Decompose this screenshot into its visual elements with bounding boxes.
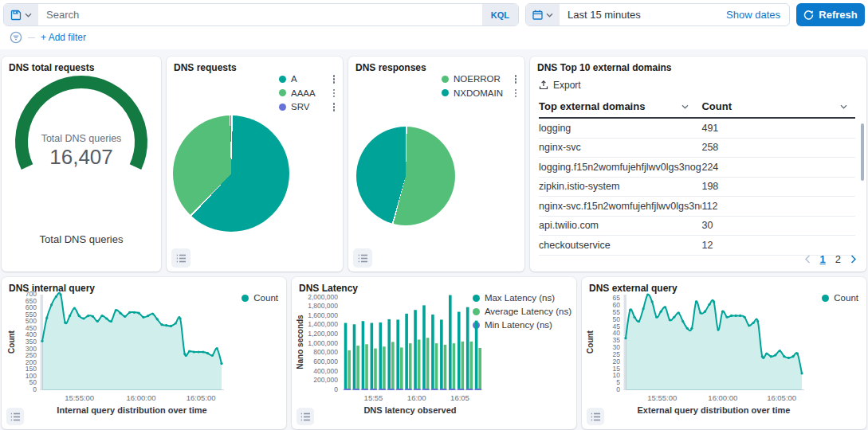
- column-header-label: Top external domains: [539, 100, 645, 112]
- chart-title: DNS latency observed: [332, 405, 489, 415]
- y-tick-label: 50: [29, 379, 37, 386]
- pie-chart-dns-responses[interactable]: [356, 127, 455, 225]
- legend-toggle-button[interactable]: [297, 408, 314, 425]
- legend-label: Count: [253, 293, 278, 303]
- legend-toggle-button[interactable]: [171, 248, 190, 268]
- legend-item[interactable]: A: [279, 74, 336, 84]
- chart-legend: Count: [242, 293, 278, 303]
- list-icon: [176, 254, 187, 263]
- y-tick-label: 400: [26, 331, 37, 338]
- chart-title: External query distribution over time: [617, 405, 811, 415]
- y-axis-ticks: 0200,000400,000600,000800,0001,000,0001,…: [303, 295, 338, 390]
- cell-count: 491: [701, 123, 855, 134]
- y-axis-title: Count: [586, 293, 595, 392]
- search-input[interactable]: [38, 4, 482, 25]
- x-axis-ticks: 15:55:0016:00:0016:05:00: [40, 393, 224, 403]
- chart-title: Internal query distribution over time: [33, 405, 230, 415]
- legend-options-icon[interactable]: [513, 74, 519, 84]
- x-tick-label: 16:05:00: [767, 393, 796, 402]
- y-tick-label: 150: [26, 366, 37, 373]
- legend-options-icon[interactable]: [332, 74, 337, 84]
- area-chart-internal[interactable]: [40, 295, 224, 390]
- pie-chart-dns-requests[interactable]: [173, 115, 289, 232]
- y-tick-label: 5: [616, 379, 620, 386]
- legend-item[interactable]: Max Latency (ns): [473, 293, 571, 303]
- x-tick-label: 16:00:00: [708, 393, 737, 402]
- x-tick-label: 16:00:00: [127, 393, 156, 402]
- previous-page-button[interactable]: [804, 255, 811, 264]
- legend-label: Average Latency (ns): [485, 307, 571, 316]
- legend-item[interactable]: Count: [242, 293, 278, 303]
- y-tick-label: 25: [613, 351, 620, 358]
- legend-label: SRV: [291, 102, 309, 111]
- y-tick-label: 500: [26, 318, 37, 325]
- table-row[interactable]: logging.f15n2womfujehfjlwv0lgs3nog....22…: [539, 158, 855, 178]
- legend-dot-icon: [442, 89, 449, 96]
- date-quick-select-button[interactable]: [526, 4, 560, 25]
- table-row[interactable]: api.twilio.com30: [539, 217, 855, 236]
- list-icon: [10, 412, 21, 421]
- y-tick-label: 55: [613, 309, 620, 316]
- legend-item[interactable]: NOERROR: [442, 74, 518, 84]
- column-header-domains[interactable]: Top external domains: [539, 100, 701, 112]
- page-number-2[interactable]: 2: [835, 253, 841, 265]
- y-tick-label: 350: [26, 338, 37, 346]
- kql-language-button[interactable]: KQL: [482, 4, 518, 25]
- table-row[interactable]: nginx-svc.f15n2womfujehfjlwv0lgs3no...11…: [539, 197, 855, 217]
- refresh-button-label: Refresh: [819, 9, 857, 21]
- table-scrollbar[interactable]: [861, 123, 864, 181]
- x-tick-label: 16:05:00: [187, 393, 216, 402]
- next-page-button[interactable]: [850, 255, 857, 264]
- y-tick-label: 300: [26, 346, 37, 353]
- legend-options-icon[interactable]: [513, 88, 519, 99]
- chevron-right-icon: [850, 255, 857, 264]
- legend-item[interactable]: SRV: [279, 102, 336, 112]
- show-dates-link[interactable]: Show dates: [717, 4, 789, 25]
- legend-item[interactable]: Count: [822, 293, 858, 303]
- legend-item[interactable]: AAAA: [279, 88, 336, 99]
- y-tick-label: 250: [26, 352, 37, 359]
- legend-options-icon[interactable]: [332, 88, 337, 99]
- table-row[interactable]: checkoutservice12: [539, 236, 855, 256]
- bar-chart-latency[interactable]: [343, 295, 482, 390]
- gauge-bottom-label: Total DNS queries: [2, 233, 161, 245]
- legend-options-icon[interactable]: [332, 102, 337, 112]
- legend-toggle-button[interactable]: [6, 408, 24, 425]
- legend-dot-icon: [822, 295, 829, 302]
- legend-item[interactable]: Average Latency (ns): [473, 307, 571, 316]
- legend-item[interactable]: Min Latency (ns): [473, 320, 571, 330]
- page-number-1[interactable]: 1: [820, 253, 826, 265]
- export-button[interactable]: Export: [539, 80, 581, 91]
- y-tick-label: 40: [613, 330, 620, 337]
- cell-count: 198: [701, 181, 855, 192]
- panel-dns-responses: DNS responses NOERRORNXDOMAIN: [348, 57, 524, 272]
- time-range-value[interactable]: Last 15 minutes: [560, 4, 717, 25]
- y-tick-label: 20: [613, 358, 620, 366]
- panel-dns-external-query: DNS external query Count Count 051015202…: [582, 277, 866, 429]
- refresh-button[interactable]: Refresh: [796, 3, 865, 26]
- legend-dot-icon: [279, 104, 286, 111]
- panel-dns-internal-query: DNS internal query Count Count 050100150…: [2, 277, 286, 429]
- filter-icon[interactable]: [10, 31, 22, 44]
- cell-domain: nginx-svc.f15n2womfujehfjlwv0lgs3no...: [539, 201, 701, 212]
- legend-dot-icon: [279, 76, 286, 83]
- legend-toggle-button[interactable]: [587, 408, 604, 425]
- save-icon: [10, 10, 22, 21]
- table-row[interactable]: zipkin.istio-system198: [539, 178, 855, 197]
- add-filter-link[interactable]: + Add filter: [41, 32, 86, 43]
- panel-title: DNS external query: [589, 283, 678, 294]
- search-bar-group: KQL: [3, 3, 519, 26]
- table-row[interactable]: logging491: [539, 119, 855, 139]
- y-tick-label: 0: [334, 386, 338, 393]
- legend-item[interactable]: NXDOMAIN: [442, 88, 518, 99]
- column-header-count[interactable]: Count: [701, 100, 855, 112]
- panel-title: DNS Top 10 external domains: [537, 62, 672, 73]
- saved-query-menu-button[interactable]: [4, 4, 38, 25]
- table-row[interactable]: nginx-svc258: [539, 139, 855, 158]
- y-tick-label: 700: [26, 291, 37, 298]
- cell-domain: nginx-svc: [539, 142, 701, 153]
- area-chart-external[interactable]: [623, 295, 804, 390]
- refresh-icon: [803, 10, 814, 20]
- legend-toggle-button[interactable]: [353, 248, 372, 268]
- y-tick-label: 45: [613, 323, 620, 330]
